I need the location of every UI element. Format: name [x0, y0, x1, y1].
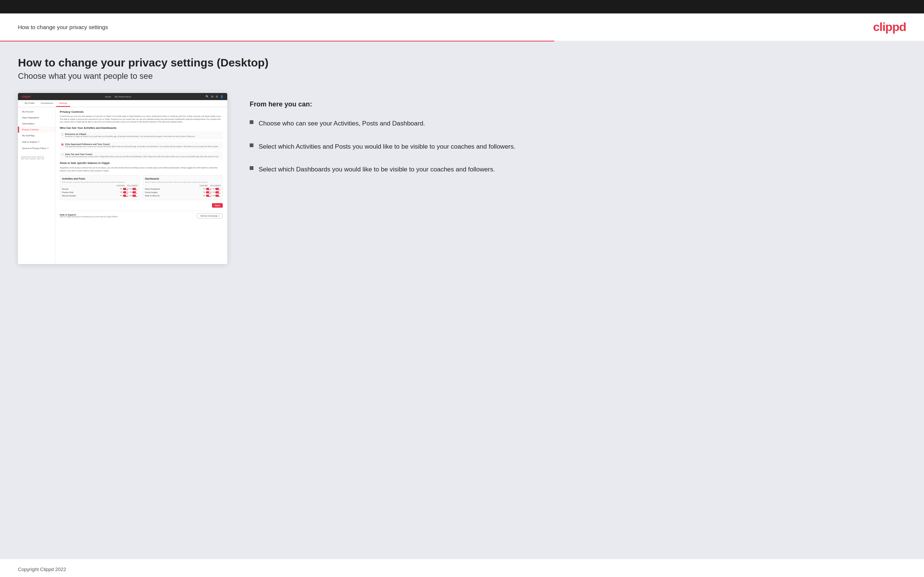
screenshot-mockup: clippd Home My Performance 🔍 ⊞ ⚙ 👤 My Pr…	[18, 93, 227, 264]
mock-radio-only-you[interactable]: Only You and Your Coach Only you and the…	[60, 152, 223, 160]
mock-toggle-playerdash-coaches[interactable]	[206, 188, 211, 190]
mock-sidebar-version: Clippd Client Version: 2022.8.2SQL Serve…	[18, 154, 55, 162]
mock-app: clippd Home My Performance 🔍 ⊞ ⚙ 👤 My Pr…	[18, 93, 227, 264]
mock-sidebar-item-service[interactable]: Service & Privacy Policy ↗	[18, 145, 55, 151]
mock-main-panel: Privacy Controls Control how you and you…	[55, 107, 227, 264]
mock-dashboards-title: Dashboards	[145, 177, 221, 180]
mock-activities-box: Activities and Posts Select the types of…	[60, 175, 140, 200]
mock-visit-community-button[interactable]: Visit Our Community ↗	[197, 213, 223, 219]
mock-sidebar-item-help[interactable]: Help & Support ↗	[18, 139, 55, 145]
mock-toggle-whattowork-coaches[interactable]	[206, 195, 211, 197]
mock-nav-logo: clippd	[22, 95, 31, 98]
mock-radio-group: Everyone on Clippd Everyone on Clippd ca…	[60, 131, 223, 160]
footer: Copyright Clippd 2022	[0, 559, 924, 577]
mock-radio-circle-followers	[61, 143, 63, 146]
mock-save-row: Save	[60, 203, 223, 208]
mock-sidebar-item-account[interactable]: My Account ›	[18, 109, 55, 114]
header: How to change your privacy settings clip…	[0, 13, 924, 41]
mock-dashboards-header: COACHESFOLLOWERS	[145, 185, 221, 187]
mock-toggle-row-round-insights: Round Insights ON ON	[145, 191, 221, 193]
bullet-text-2: Select which Activities and Posts you wo…	[258, 142, 515, 152]
mock-tab-profile[interactable]: My Profile	[22, 100, 38, 107]
mock-radio-everyone[interactable]: Everyone on Clippd Everyone on Clippd ca…	[60, 131, 223, 139]
mock-toggle-rounds-followers[interactable]	[132, 188, 137, 190]
bullet-item-1: Choose who can see your Activities, Post…	[250, 119, 906, 129]
from-here-label: From here you can:	[250, 100, 906, 108]
mock-sidebar-item-subscription[interactable]: Subscription ›	[18, 121, 55, 127]
mock-toggle-row-rounds: Rounds ON ON	[62, 188, 137, 190]
mock-activities-desc: Select the types of activity that you'd …	[62, 181, 137, 184]
mock-nav-home: Home	[105, 96, 111, 98]
mock-radio-followers[interactable]: Only Approved Followers and Your Coach O…	[60, 142, 223, 149]
bullets-panel: From here you can: Choose who can see yo…	[250, 93, 906, 188]
mock-nav-performance: My Performance	[115, 96, 131, 98]
mock-sidebar: My Account › Data Integrations › Subscri…	[18, 107, 55, 264]
mock-sidebar-item-integrations[interactable]: Data Integrations ›	[18, 114, 55, 121]
mock-dashboards-desc: Select the types of activity that you'd …	[145, 181, 221, 184]
bullet-square-2	[250, 143, 254, 147]
mock-tab-connections[interactable]: Connections	[38, 100, 56, 107]
mock-sidebar-item-golfbag[interactable]: My Golf Bag ›	[18, 132, 55, 139]
mock-tabs: My Profile Connections Settings	[18, 100, 227, 107]
mock-toggle-roundinsights-coaches[interactable]	[206, 191, 211, 193]
mock-dashboards-box: Dashboards Select the types of activity …	[143, 175, 223, 200]
grid-icon: ⊞	[211, 95, 213, 98]
mock-radio-text-everyone: Everyone on Clippd Everyone on Clippd ca…	[65, 133, 221, 138]
mock-activities-header: COACHESFOLLOWERS	[62, 185, 137, 187]
bullet-square-3	[250, 166, 254, 170]
mock-toggle-roundinsights-followers[interactable]	[215, 191, 221, 193]
mock-save-button[interactable]: Save	[212, 203, 223, 208]
mock-toggle-row-manual: Manual Activities ON ON	[62, 195, 137, 197]
mock-body: My Account › Data Integrations › Subscri…	[18, 107, 227, 264]
mock-activities-title: Activities and Posts	[62, 177, 137, 180]
mock-toggle-manual-coaches[interactable]	[123, 195, 128, 197]
page-subheading: Choose what you want people to see	[18, 71, 906, 81]
mock-sidebar-item-privacy[interactable]: Privacy Controls ›	[18, 127, 55, 132]
mock-toggles-section: Activities and Posts Select the types of…	[60, 175, 223, 200]
bullet-item-2: Select which Activities and Posts you wo…	[250, 142, 906, 152]
mock-privacy-title: Privacy Controls	[60, 110, 223, 114]
settings-icon: ⚙	[216, 95, 218, 98]
copyright-text: Copyright Clippd 2022	[18, 567, 66, 572]
page-heading: How to change your privacy settings (Des…	[18, 56, 906, 69]
mock-show-hide-desc: Regardless of the privacy controls that …	[60, 166, 223, 172]
top-bar	[0, 0, 924, 13]
mock-who-can-see-title: Who Can See Your Activities and Dashboar…	[60, 127, 223, 129]
mock-nav-icons: 🔍 ⊞ ⚙ 👤	[205, 95, 223, 98]
mock-toggle-practice-coaches[interactable]	[123, 191, 128, 193]
mock-toggle-practice-followers[interactable]	[132, 191, 137, 193]
bullet-item-3: Select which Dashboards you would like t…	[250, 165, 906, 174]
mock-toggle-rounds-coaches[interactable]	[123, 188, 128, 190]
bullet-text-1: Choose who can see your Activities, Post…	[258, 119, 425, 129]
mock-radio-circle-everyone	[61, 133, 63, 135]
bullet-square-1	[250, 120, 254, 124]
search-icon: 🔍	[205, 95, 209, 98]
mock-toggle-manual-followers[interactable]	[132, 195, 137, 197]
mock-toggle-row-player-dash: Player Dashboard ON ON	[145, 188, 221, 190]
mock-toggle-whattowork-followers[interactable]	[215, 195, 221, 197]
bullet-text-3: Select which Dashboards you would like t…	[258, 165, 495, 174]
mock-help-section: Help & Support Visit our Clippd communit…	[60, 211, 223, 219]
avatar-icon: 👤	[220, 95, 223, 98]
mock-tab-settings[interactable]: Settings	[56, 100, 70, 107]
mock-radio-text-only-you: Only You and Your Coach Only you and the…	[65, 153, 221, 158]
mock-show-hide-title: Show or hide specific features in Clippd	[60, 162, 223, 164]
content-row: clippd Home My Performance 🔍 ⊞ ⚙ 👤 My Pr…	[18, 93, 906, 264]
mock-help-desc: Visit our Clippd community to troublesho…	[60, 216, 118, 218]
mock-nav: clippd Home My Performance 🔍 ⊞ ⚙ 👤	[18, 93, 227, 100]
main-content: How to change your privacy settings (Des…	[0, 42, 924, 559]
mock-privacy-description: Control how you and your data appears to…	[60, 115, 223, 124]
mock-toggle-playerdash-followers[interactable]	[215, 188, 221, 190]
mock-toggle-row-what-to-work: What To Work On ON ON	[145, 195, 221, 197]
mock-toggle-row-practice: Practice Drills ON ON	[62, 191, 137, 193]
logo: clippd	[873, 20, 906, 34]
mock-radio-text-followers: Only Approved Followers and Your Coach O…	[65, 143, 221, 148]
header-title: How to change your privacy settings	[18, 24, 108, 30]
mock-nav-links: Home My Performance	[105, 96, 131, 98]
mock-radio-circle-only-you	[61, 153, 63, 156]
